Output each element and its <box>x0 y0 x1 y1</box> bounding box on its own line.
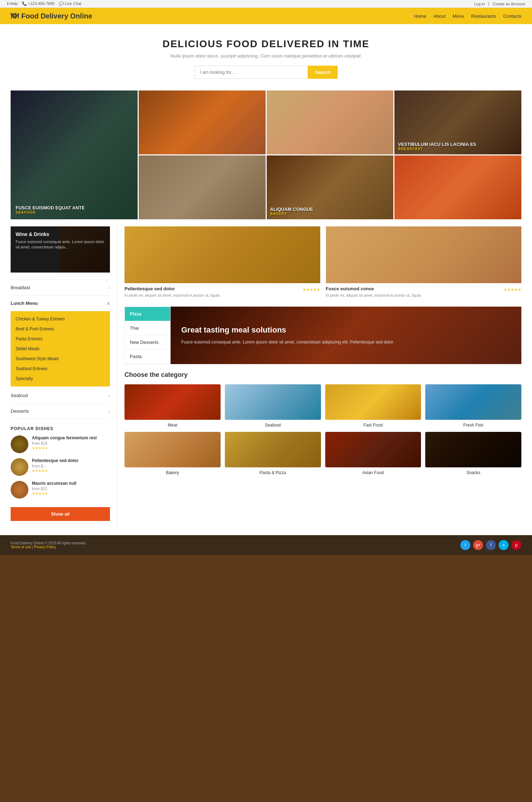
featured-stars-1: ★★★★★ <box>303 287 320 292</box>
login-link[interactable]: Log in <box>474 2 485 6</box>
dish-stars-2: ★★★★★ <box>32 469 78 473</box>
featured-image-2 <box>326 226 522 283</box>
category-label-asian: Asian Food <box>325 470 421 475</box>
search-button[interactable]: Search <box>308 66 337 79</box>
menu-item-seafood[interactable]: Seafood › <box>11 388 110 403</box>
promo-title: Great tasting meal solutions <box>181 325 511 335</box>
top-bar-right: Log in | Create an Account <box>474 2 525 6</box>
featured-item-1: Pellentesque sed dolor ★★★★★ In pede mi,… <box>124 226 320 300</box>
dish-thumb-3 <box>11 481 28 499</box>
gallery-item-dessert[interactable] <box>394 155 521 219</box>
dish-name-3: Mauris accumsan null <box>32 481 76 486</box>
gallery-item-breakfast[interactable]: VESTIBULUM IACU LIS LACINIA ES BREAKFAST <box>394 90 521 154</box>
social-skype-icon[interactable]: s <box>499 540 509 550</box>
nav-contacts[interactable]: Contacts <box>503 13 521 19</box>
logo: 🍽 Food Delivery Online <box>11 11 92 21</box>
featured-desc-2: In pede mi, aliquet sit amet, euismod in… <box>326 293 522 298</box>
logo-text: Food Delivery Online <box>21 12 92 20</box>
promo-menu-thai[interactable]: Thai <box>125 321 170 335</box>
help-link[interactable]: ℹ Help <box>7 1 18 6</box>
category-img-seafood <box>225 384 321 420</box>
menu-item-breakfast[interactable]: Breakfast › <box>11 280 110 296</box>
dish-name-1: Aliquam congue fermentum nisl <box>32 435 97 440</box>
category-img-bakery <box>124 432 221 467</box>
category-img-freshfish <box>425 384 521 420</box>
promo-menu-desserts[interactable]: New Desserts <box>125 335 170 350</box>
wine-box: Wine & Drinks Fusce euismod consequat an… <box>11 226 110 273</box>
category-grid: Meat Seafood Fast Food Fresh Fish Bakery <box>124 384 521 475</box>
gallery-label-bakery: ALIQUAM CONGUE BAKERY <box>270 207 313 216</box>
social-pinterest-icon[interactable]: p <box>511 540 521 550</box>
category-title: Choose the category <box>124 371 521 379</box>
phone-number: 📞 +123-456-7890 <box>22 1 55 6</box>
category-asian[interactable]: Asian Food <box>325 432 421 475</box>
menu-accordion: Breakfast › Lunch Menu ∧ Chicken & Turke… <box>11 280 110 419</box>
right-content: Pellentesque sed dolor ★★★★★ In pede mi,… <box>117 219 521 528</box>
logo-icon: 🍽 <box>11 11 18 21</box>
gallery-label-seafood: FUSCE EUISMOD EQUAT ANTE SEAFOOD <box>16 205 85 214</box>
category-label-meat: Meat <box>124 423 221 428</box>
search-bar: Search <box>7 66 525 79</box>
nav-home[interactable]: Home <box>414 13 426 19</box>
submenu-chicken[interactable]: Chicken & Turkey Entrees <box>11 314 110 324</box>
submenu-pasta[interactable]: Pasta Entrees <box>11 334 110 344</box>
submenu-seafood-entrees[interactable]: Seafood Entrees <box>11 364 110 374</box>
chevron-right-icon-3: › <box>109 409 110 414</box>
submenu-southwest[interactable]: Southwest Style Meals <box>11 354 110 364</box>
create-account-link[interactable]: Create an Account <box>493 2 525 6</box>
search-input[interactable] <box>194 66 308 79</box>
category-img-fastfood <box>325 384 421 420</box>
promo-menu-pasta[interactable]: Pasta <box>125 350 170 364</box>
footer-terms[interactable]: Terms of use <box>11 545 31 549</box>
main-content: Wine & Drinks Fusce euismod consequat an… <box>0 219 532 535</box>
gallery-item-bread[interactable] <box>139 155 266 219</box>
category-label-fastfood: Fast Food <box>325 423 421 428</box>
lunch-submenu: Chicken & Turkey Entrees Beef & Pork Ent… <box>11 311 110 386</box>
category-label-snacks: Snacks <box>425 470 521 475</box>
category-fastfood[interactable]: Fast Food <box>325 384 421 428</box>
category-pasta[interactable]: Pasta & Pizza <box>225 432 321 475</box>
dish-item-3: Mauris accumsan null from $12 ★★★★★ <box>11 481 110 499</box>
gallery-item-seafood[interactable]: FUSCE EUISMOD EQUAT ANTE SEAFOOD <box>11 90 138 219</box>
nav-menu[interactable]: Menu <box>453 13 464 19</box>
featured-item-2: Fusce euismod conse ★★★★★ In pede mi, al… <box>326 226 522 300</box>
gallery-item-bakery[interactable]: ALIQUAM CONGUE BAKERY <box>267 155 394 219</box>
social-googleplus-icon[interactable]: g+ <box>473 540 483 550</box>
category-bakery[interactable]: Bakery <box>124 432 221 475</box>
promo-menu-pizza[interactable]: Pizza <box>125 307 170 321</box>
footer: Food Delivery Online © 2015 All rights r… <box>0 535 532 555</box>
submenu-beef[interactable]: Beef & Pork Entrees <box>11 324 110 334</box>
category-seafood[interactable]: Seafood <box>225 384 321 428</box>
submenu-skillet[interactable]: Skillet Meals <box>11 344 110 354</box>
live-chat-link[interactable]: 💬 Live Chat <box>59 1 82 6</box>
nav-restaurants[interactable]: Restaurants <box>471 13 496 19</box>
promo-desc: Fusce euismod consequat ante. Lorem ipsu… <box>181 339 511 346</box>
nav-about[interactable]: About <box>433 13 445 19</box>
show-all-button[interactable]: Show all <box>11 507 110 521</box>
dish-item-2: Pellentesque sed dolor from $... ★★★★★ <box>11 458 110 476</box>
footer-privacy[interactable]: Privacy Policy <box>34 545 56 549</box>
featured-title-1: Pellentesque sed dolor <box>124 286 175 291</box>
dish-info-3: Mauris accumsan null from $12 ★★★★★ <box>32 481 76 495</box>
social-facebook-icon[interactable]: f <box>486 540 496 550</box>
submenu-specialty[interactable]: Specialty <box>11 374 110 384</box>
social-twitter-icon[interactable]: t <box>460 540 470 550</box>
dish-price-2: from $... <box>32 464 78 468</box>
featured-desc-1: In pede mi, aliquet sit amet, euismod in… <box>124 293 320 298</box>
gallery-item-soup[interactable] <box>267 90 394 154</box>
wine-desc: Fusce euismod consequat ante. Lorem ipsu… <box>16 239 105 250</box>
sidebar: Wine & Drinks Fusce euismod consequat an… <box>11 219 117 528</box>
category-meat[interactable]: Meat <box>124 384 221 428</box>
category-snacks[interactable]: Snacks <box>425 432 521 475</box>
promo-banner: Great tasting meal solutions Fusce euism… <box>171 307 521 364</box>
category-label-pasta: Pasta & Pizza <box>225 470 321 475</box>
featured-info-1: Pellentesque sed dolor ★★★★★ In pede mi,… <box>124 283 320 300</box>
category-section: Choose the category Meat Seafood Fast Fo… <box>124 371 521 475</box>
category-freshfish[interactable]: Fresh Fish <box>425 384 521 428</box>
menu-item-desserts[interactable]: Desserts › <box>11 403 110 419</box>
footer-copyright: Food Delivery Online © 2015 All rights r… <box>11 541 87 545</box>
category-img-meat <box>124 384 221 420</box>
featured-title-2: Fusce euismod conse <box>326 286 374 291</box>
menu-item-lunch[interactable]: Lunch Menu ∧ <box>11 296 110 311</box>
gallery-item-cheese[interactable] <box>139 90 266 154</box>
